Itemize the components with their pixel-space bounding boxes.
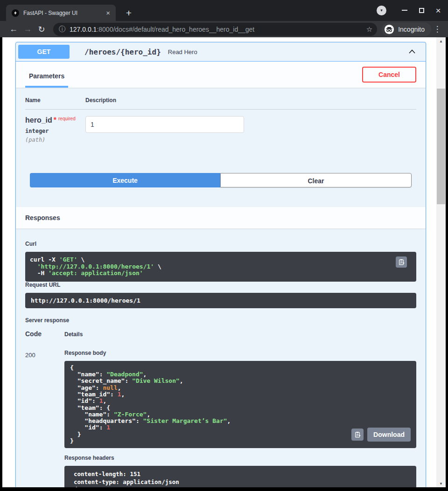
browser-tab[interactable]: FastAPI - Swagger UI ×: [6, 5, 116, 21]
server-response-row: 200 Response body { "name": "Deadpond", …: [25, 350, 416, 487]
column-name: Name: [25, 97, 85, 104]
response-body-actions: Download: [351, 428, 411, 442]
fastapi-favicon-icon: [12, 9, 19, 17]
tab-close-icon[interactable]: ×: [104, 8, 112, 17]
tab-search-icon[interactable]: ▾: [377, 6, 386, 15]
window-controls: ▾ ×: [377, 4, 443, 17]
response-body-block: { "name": "Deadpond", "secret_name": "Di…: [64, 361, 416, 449]
maximize-button[interactable]: [416, 5, 427, 15]
back-icon[interactable]: ←: [7, 24, 21, 34]
column-description: Description: [85, 97, 116, 104]
response-body-label: Response body: [64, 350, 416, 356]
copy-curl-button[interactable]: [396, 256, 407, 268]
column-details: Details: [64, 331, 83, 338]
execute-button[interactable]: Execute: [30, 173, 220, 187]
minimize-icon: [402, 10, 407, 11]
parameter-row: hero_id*required integer (path): [25, 110, 416, 143]
download-button[interactable]: Download: [367, 428, 411, 442]
swagger-page: GET /heroes/{hero_id} Read Hero Paramete…: [2, 37, 436, 487]
forward-icon[interactable]: →: [21, 24, 35, 34]
operation-block: GET /heroes/{hero_id} Read Hero Paramete…: [15, 42, 426, 487]
scroll-up-icon[interactable]: ▲: [436, 37, 446, 45]
parameter-type: integer: [25, 128, 85, 134]
browser-menu-icon[interactable]: ⋮: [431, 24, 443, 34]
copy-response-button[interactable]: [351, 429, 364, 441]
parameter-location: (path): [25, 137, 85, 143]
bookmark-star-icon[interactable]: ☆: [366, 25, 372, 34]
required-label: required: [58, 116, 76, 121]
execute-row: Execute Clear: [16, 152, 426, 195]
scrollbar-thumb[interactable]: [437, 89, 445, 204]
parameter-meta: hero_id*required integer (path): [25, 116, 85, 143]
response-headers-label: Response headers: [64, 455, 416, 461]
request-url-label: Request URL: [25, 282, 416, 288]
operation-summary[interactable]: GET /heroes/{hero_id} Read Hero: [16, 42, 426, 62]
required-star: *: [54, 116, 56, 124]
new-tab-button[interactable]: +: [122, 7, 135, 20]
method-badge: GET: [18, 45, 70, 59]
incognito-label: Incognito: [398, 26, 425, 33]
curl-label: Curl: [25, 241, 416, 247]
url-bar[interactable]: ⓘ 127.0.0.1:8000/docs#/default/read_hero…: [53, 23, 377, 36]
collapse-chevron-icon[interactable]: [407, 47, 417, 56]
server-response-table-head: Code Details: [25, 330, 416, 338]
close-icon: ×: [435, 6, 441, 15]
page-info-icon[interactable]: ⓘ: [59, 25, 65, 34]
clear-button[interactable]: Clear: [220, 173, 412, 187]
server-response-label: Server response: [25, 317, 416, 324]
parameters-table-head: Name Description: [25, 97, 416, 110]
request-url-block: http://127.0.0.1:8000/heroes/1: [25, 293, 416, 308]
cancel-button[interactable]: Cancel: [362, 67, 416, 83]
response-headers-block: content-length: 151content-type: applica…: [64, 466, 416, 487]
incognito-spy-icon: [384, 24, 394, 35]
parameter-value-cell: [85, 116, 244, 143]
responses-title: Responses: [25, 214, 60, 221]
curl-code-block: curl -X 'GET' \ 'http://127.0.0.1:8000/h…: [25, 252, 416, 282]
tab-title: FastAPI - Swagger UI: [23, 10, 104, 16]
parameters-title: Parameters: [25, 72, 68, 88]
parameter-name: hero_id*required: [25, 116, 85, 124]
hero-id-input[interactable]: [85, 116, 244, 133]
parameters-table: Name Description hero_id*required intege…: [16, 88, 426, 152]
close-button[interactable]: ×: [433, 5, 443, 15]
scroll-down-icon[interactable]: ▼: [436, 480, 446, 487]
url-text: 127.0.0.1:8000/docs#/default/read_hero_h…: [70, 26, 363, 33]
minimize-button[interactable]: [399, 5, 410, 15]
responses-header: Responses: [16, 207, 426, 228]
browser-toolbar: ← → ↻ ⓘ 127.0.0.1:8000/docs#/default/rea…: [0, 21, 448, 37]
responses-wrapper: Curl curl -X 'GET' \ 'http://127.0.0.1:8…: [16, 228, 426, 487]
browser-titlebar: FastAPI - Swagger UI × + ▾ ×: [0, 0, 448, 21]
reload-icon[interactable]: ↻: [35, 24, 49, 35]
parameters-header: Parameters Cancel: [16, 62, 426, 88]
operation-description: Read Hero: [168, 48, 197, 55]
url-path: :8000/docs#/default/read_hero_heroes__he…: [97, 26, 254, 33]
incognito-badge: Incognito: [382, 22, 431, 36]
operation-path: /heroes/{hero_id}: [84, 48, 161, 56]
spacer: [16, 195, 426, 207]
maximize-icon: [419, 8, 424, 13]
url-host: 127.0.0.1: [70, 26, 97, 33]
response-details: Response body { "name": "Deadpond", "sec…: [64, 350, 416, 487]
column-code: Code: [25, 330, 64, 338]
page-scrollbar[interactable]: ▲ ▼: [436, 37, 446, 487]
status-code: 200: [25, 350, 64, 487]
